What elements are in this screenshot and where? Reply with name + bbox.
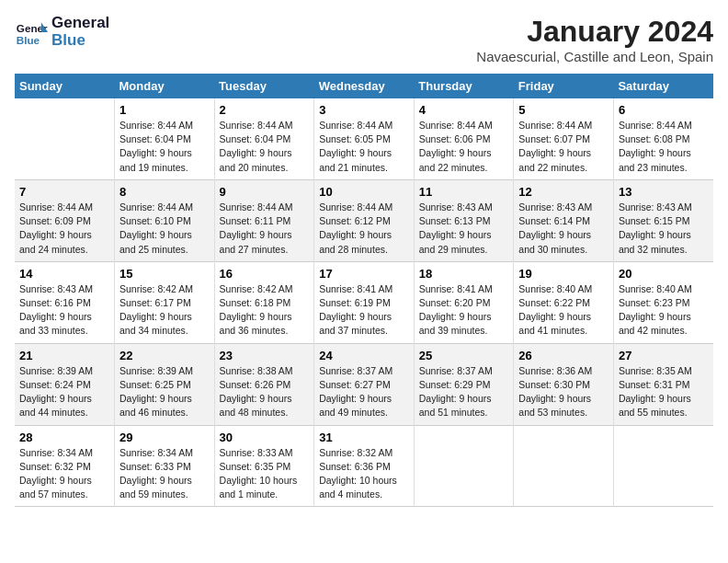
day-cell: 7 Sunrise: 8:44 AMSunset: 6:09 PMDayligh… bbox=[15, 179, 115, 261]
day-number: 9 bbox=[220, 185, 310, 199]
day-number: 30 bbox=[220, 431, 310, 444]
day-info: Sunrise: 8:44 AMSunset: 6:09 PMDaylight:… bbox=[19, 201, 109, 257]
day-info: Sunrise: 8:36 AMSunset: 6:30 PMDaylight:… bbox=[518, 364, 609, 420]
day-cell: 1 Sunrise: 8:44 AMSunset: 6:04 PMDayligh… bbox=[115, 98, 215, 179]
day-number: 11 bbox=[419, 185, 509, 199]
day-cell: 27 Sunrise: 8:35 AMSunset: 6:31 PMDaylig… bbox=[613, 343, 713, 425]
day-number: 31 bbox=[319, 431, 409, 444]
logo-line1: General bbox=[51, 15, 109, 32]
day-info: Sunrise: 8:43 AMSunset: 6:16 PMDaylight:… bbox=[19, 282, 109, 339]
day-info: Sunrise: 8:44 AMSunset: 6:08 PMDaylight:… bbox=[619, 119, 709, 175]
day-number: 25 bbox=[419, 349, 509, 362]
day-number: 6 bbox=[619, 103, 709, 117]
day-info: Sunrise: 8:42 AMSunset: 6:18 PMDaylight:… bbox=[220, 282, 310, 339]
day-cell: 8 Sunrise: 8:44 AMSunset: 6:10 PMDayligh… bbox=[115, 179, 215, 261]
day-info: Sunrise: 8:44 AMSunset: 6:12 PMDaylight:… bbox=[319, 201, 409, 257]
day-number: 27 bbox=[619, 349, 709, 362]
day-info: Sunrise: 8:44 AMSunset: 6:06 PMDaylight:… bbox=[419, 119, 509, 175]
day-number: 14 bbox=[19, 267, 109, 281]
day-info: Sunrise: 8:32 AMSunset: 6:36 PMDaylight:… bbox=[319, 446, 409, 502]
day-cell: 22 Sunrise: 8:39 AMSunset: 6:25 PMDaylig… bbox=[115, 343, 215, 425]
day-cell: 16 Sunrise: 8:42 AMSunset: 6:18 PMDaylig… bbox=[214, 261, 314, 343]
day-info: Sunrise: 8:39 AMSunset: 6:24 PMDaylight:… bbox=[19, 364, 109, 420]
day-number: 17 bbox=[319, 267, 409, 281]
day-cell: 3 Sunrise: 8:44 AMSunset: 6:05 PMDayligh… bbox=[314, 98, 415, 179]
day-cell bbox=[613, 425, 713, 507]
calendar-table: SundayMondayTuesdayWednesdayThursdayFrid… bbox=[15, 74, 713, 507]
logo: General Blue General Blue bbox=[15, 15, 109, 49]
day-info: Sunrise: 8:43 AMSunset: 6:14 PMDaylight:… bbox=[518, 201, 609, 257]
day-cell bbox=[514, 425, 614, 507]
day-cell: 26 Sunrise: 8:36 AMSunset: 6:30 PMDaylig… bbox=[514, 343, 614, 425]
day-number: 18 bbox=[419, 267, 509, 281]
day-number: 13 bbox=[619, 185, 709, 199]
day-cell: 12 Sunrise: 8:43 AMSunset: 6:14 PMDaylig… bbox=[514, 179, 614, 261]
calendar-header-row: SundayMondayTuesdayWednesdayThursdayFrid… bbox=[15, 74, 713, 98]
svg-text:Blue: Blue bbox=[17, 33, 40, 45]
day-info: Sunrise: 8:44 AMSunset: 6:07 PMDaylight:… bbox=[518, 119, 609, 175]
day-number: 5 bbox=[518, 103, 609, 117]
header-cell-monday: Monday bbox=[115, 74, 215, 98]
day-info: Sunrise: 8:34 AMSunset: 6:32 PMDaylight:… bbox=[19, 446, 109, 502]
week-row-3: 14 Sunrise: 8:43 AMSunset: 6:16 PMDaylig… bbox=[15, 261, 713, 343]
logo-icon: General Blue bbox=[15, 16, 48, 49]
day-info: Sunrise: 8:38 AMSunset: 6:26 PMDaylight:… bbox=[220, 364, 310, 420]
header-cell-sunday: Sunday bbox=[15, 74, 115, 98]
day-number: 7 bbox=[19, 185, 109, 199]
day-number: 22 bbox=[119, 349, 210, 362]
day-info: Sunrise: 8:40 AMSunset: 6:23 PMDaylight:… bbox=[619, 282, 709, 339]
week-row-4: 21 Sunrise: 8:39 AMSunset: 6:24 PMDaylig… bbox=[15, 343, 713, 425]
day-number: 29 bbox=[119, 431, 210, 444]
header-cell-saturday: Saturday bbox=[613, 74, 713, 98]
page-subtitle: Navaescurial, Castille and Leon, Spain bbox=[476, 49, 713, 64]
day-cell: 23 Sunrise: 8:38 AMSunset: 6:26 PMDaylig… bbox=[214, 343, 314, 425]
day-cell: 13 Sunrise: 8:43 AMSunset: 6:15 PMDaylig… bbox=[613, 179, 713, 261]
day-info: Sunrise: 8:44 AMSunset: 6:04 PMDaylight:… bbox=[220, 119, 310, 175]
day-cell bbox=[414, 425, 514, 507]
day-number: 19 bbox=[518, 267, 609, 281]
day-cell: 11 Sunrise: 8:43 AMSunset: 6:13 PMDaylig… bbox=[414, 179, 514, 261]
day-cell: 4 Sunrise: 8:44 AMSunset: 6:06 PMDayligh… bbox=[414, 98, 514, 179]
week-row-2: 7 Sunrise: 8:44 AMSunset: 6:09 PMDayligh… bbox=[15, 179, 713, 261]
title-area: January 2024 Navaescurial, Castille and … bbox=[476, 15, 713, 64]
day-number: 15 bbox=[119, 267, 210, 281]
day-cell: 20 Sunrise: 8:40 AMSunset: 6:23 PMDaylig… bbox=[613, 261, 713, 343]
day-info: Sunrise: 8:42 AMSunset: 6:17 PMDaylight:… bbox=[119, 282, 210, 339]
logo-line2: Blue bbox=[51, 32, 109, 50]
day-info: Sunrise: 8:37 AMSunset: 6:29 PMDaylight:… bbox=[419, 364, 509, 420]
day-info: Sunrise: 8:43 AMSunset: 6:13 PMDaylight:… bbox=[419, 201, 509, 257]
day-cell: 2 Sunrise: 8:44 AMSunset: 6:04 PMDayligh… bbox=[214, 98, 314, 179]
day-cell: 14 Sunrise: 8:43 AMSunset: 6:16 PMDaylig… bbox=[15, 261, 115, 343]
day-number: 21 bbox=[19, 349, 109, 362]
day-cell: 29 Sunrise: 8:34 AMSunset: 6:33 PMDaylig… bbox=[115, 425, 215, 507]
header-cell-thursday: Thursday bbox=[414, 74, 514, 98]
day-cell: 25 Sunrise: 8:37 AMSunset: 6:29 PMDaylig… bbox=[414, 343, 514, 425]
day-cell: 17 Sunrise: 8:41 AMSunset: 6:19 PMDaylig… bbox=[314, 261, 415, 343]
day-cell: 21 Sunrise: 8:39 AMSunset: 6:24 PMDaylig… bbox=[15, 343, 115, 425]
day-number: 16 bbox=[220, 267, 310, 281]
day-info: Sunrise: 8:44 AMSunset: 6:11 PMDaylight:… bbox=[220, 201, 310, 257]
day-info: Sunrise: 8:40 AMSunset: 6:22 PMDaylight:… bbox=[518, 282, 609, 339]
day-cell: 18 Sunrise: 8:41 AMSunset: 6:20 PMDaylig… bbox=[414, 261, 514, 343]
day-info: Sunrise: 8:41 AMSunset: 6:20 PMDaylight:… bbox=[419, 282, 509, 339]
day-cell: 19 Sunrise: 8:40 AMSunset: 6:22 PMDaylig… bbox=[514, 261, 614, 343]
day-info: Sunrise: 8:34 AMSunset: 6:33 PMDaylight:… bbox=[119, 446, 210, 502]
day-cell: 6 Sunrise: 8:44 AMSunset: 6:08 PMDayligh… bbox=[613, 98, 713, 179]
day-cell: 5 Sunrise: 8:44 AMSunset: 6:07 PMDayligh… bbox=[514, 98, 614, 179]
day-cell: 28 Sunrise: 8:34 AMSunset: 6:32 PMDaylig… bbox=[15, 425, 115, 507]
week-row-1: 1 Sunrise: 8:44 AMSunset: 6:04 PMDayligh… bbox=[15, 98, 713, 179]
day-number: 8 bbox=[119, 185, 210, 199]
day-number: 20 bbox=[619, 267, 709, 281]
week-row-5: 28 Sunrise: 8:34 AMSunset: 6:32 PMDaylig… bbox=[15, 425, 713, 507]
day-number: 26 bbox=[518, 349, 609, 362]
day-number: 2 bbox=[220, 103, 310, 117]
day-number: 12 bbox=[518, 185, 609, 199]
day-cell: 15 Sunrise: 8:42 AMSunset: 6:17 PMDaylig… bbox=[115, 261, 215, 343]
day-number: 23 bbox=[220, 349, 310, 362]
day-cell bbox=[15, 98, 115, 179]
day-cell: 30 Sunrise: 8:33 AMSunset: 6:35 PMDaylig… bbox=[214, 425, 314, 507]
header-cell-friday: Friday bbox=[514, 74, 614, 98]
day-number: 4 bbox=[419, 103, 509, 117]
day-cell: 24 Sunrise: 8:37 AMSunset: 6:27 PMDaylig… bbox=[314, 343, 415, 425]
day-info: Sunrise: 8:43 AMSunset: 6:15 PMDaylight:… bbox=[619, 201, 709, 257]
